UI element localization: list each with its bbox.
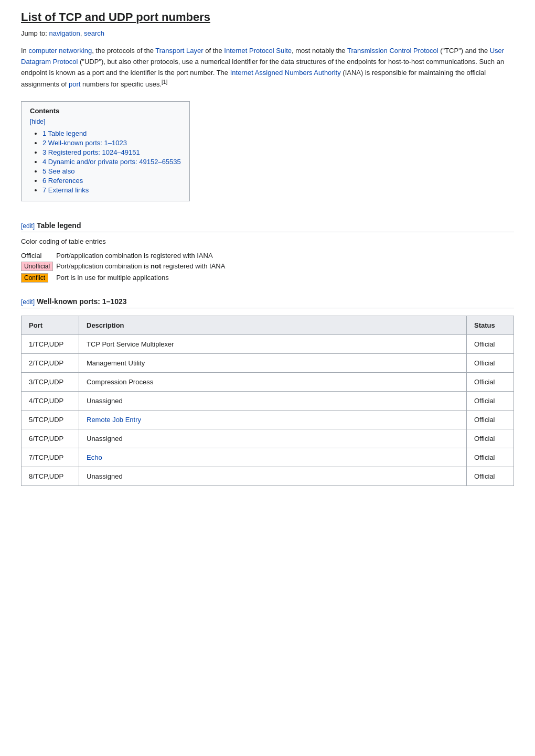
table-row: 6/TCP,UDPUnassignedOfficial [22, 429, 514, 448]
cell-status-5: Official [467, 429, 514, 448]
link-computer-networking[interactable]: computer networking [28, 47, 92, 55]
legend-conflict-desc: Port is in use for multiple applications [56, 272, 228, 284]
table-legend-heading: [edit] Table legend [21, 221, 514, 232]
cell-port-4: 5/TCP,UDP [22, 410, 79, 429]
well-known-ports-heading: [edit] Well-known ports: 1–1023 [21, 297, 514, 308]
contents-item-4: 4 Dynamic and/or private ports: 49152–65… [42, 158, 181, 166]
table-header-row: Port Description Status [22, 316, 514, 334]
jump-search-link[interactable]: search [84, 29, 104, 37]
cell-status-0: Official [467, 334, 514, 353]
contents-item-1: 1 Table legend [42, 129, 181, 137]
contents-box: Contents [hide] 1 Table legend 2 Well-kn… [21, 101, 190, 201]
table-row: 1/TCP,UDPTCP Port Service MultiplexerOff… [22, 334, 514, 353]
table-row: 7/TCP,UDPEchoOfficial [22, 448, 514, 467]
contents-title: Contents [30, 107, 181, 115]
contents-link-3[interactable]: 3 Registered ports: 1024–49151 [42, 148, 140, 156]
cell-description-0: TCP Port Service Multiplexer [79, 334, 467, 353]
page-title: List of TCP and UDP port numbers [21, 10, 514, 24]
legend-row-conflict: Conflict Port is in use for multiple app… [21, 272, 228, 284]
intro-paragraph: In computer networking, the protocols of… [21, 46, 514, 91]
cell-port-5: 6/TCP,UDP [22, 429, 79, 448]
cell-status-7: Official [467, 467, 514, 485]
cell-status-1: Official [467, 353, 514, 372]
contents-item-6: 6 References [42, 177, 181, 185]
link-transport-layer[interactable]: Transport Layer [155, 47, 203, 55]
cell-description-1: Management Utility [79, 353, 467, 372]
legend-unofficial-desc: Port/application combination is not regi… [56, 261, 228, 272]
cell-status-3: Official [467, 391, 514, 410]
contents-link-1[interactable]: 1 Table legend [42, 129, 87, 137]
link-internet-protocol-suite[interactable]: Internet Protocol Suite [224, 47, 292, 55]
col-header-status: Status [467, 316, 514, 334]
cell-port-7: 8/TCP,UDP [22, 467, 79, 485]
cell-port-2: 3/TCP,UDP [22, 372, 79, 391]
legend-row-unofficial: Unofficial Port/application combination … [21, 261, 228, 272]
legend-table: Official Port/application combination is… [21, 251, 228, 284]
cell-status-4: Official [467, 410, 514, 429]
table-row: 5/TCP,UDPRemote Job EntryOfficial [22, 410, 514, 429]
legend-official-label: Official [21, 251, 56, 261]
cell-description-4: Remote Job Entry [79, 410, 467, 429]
conflict-badge: Conflict [21, 273, 48, 283]
link-iana[interactable]: Internet Assigned Numbers Authority [230, 69, 341, 77]
legend-conflict-badge-cell: Conflict [21, 272, 56, 284]
legend-unofficial-badge-cell: Unofficial [21, 261, 56, 272]
cell-description-6: Echo [79, 448, 467, 467]
cell-description-3: Unassigned [79, 391, 467, 410]
contents-link-7[interactable]: 7 External links [42, 186, 89, 194]
jump-to-line: Jump to: navigation, search [21, 29, 514, 37]
cell-port-0: 1/TCP,UDP [22, 334, 79, 353]
col-header-port: Port [22, 316, 79, 334]
contents-item-7: 7 External links [42, 186, 181, 194]
jump-to-label: Jump to: [21, 29, 47, 37]
cell-port-1: 2/TCP,UDP [22, 353, 79, 372]
col-header-description: Description [79, 316, 467, 334]
legend-official-desc: Port/application combination is register… [56, 251, 228, 261]
description-link-6[interactable]: Echo [87, 453, 102, 461]
link-tcp[interactable]: Transmission Control Protocol [347, 47, 438, 55]
cell-port-6: 7/TCP,UDP [22, 448, 79, 467]
cell-status-6: Official [467, 448, 514, 467]
table-row: 8/TCP,UDPUnassignedOfficial [22, 467, 514, 485]
contents-item-3: 3 Registered ports: 1024–49151 [42, 148, 181, 156]
jump-navigation-link[interactable]: navigation [49, 29, 80, 37]
well-known-heading-text: Well-known ports: 1–1023 [37, 297, 127, 306]
port-table: Port Description Status 1/TCP,UDPTCP Por… [21, 316, 514, 486]
table-row: 3/TCP,UDPCompression ProcessOfficial [22, 372, 514, 391]
description-link-4[interactable]: Remote Job Entry [87, 416, 141, 424]
cell-description-5: Unassigned [79, 429, 467, 448]
cell-status-2: Official [467, 372, 514, 391]
contents-link-5[interactable]: 5 See also [42, 167, 74, 175]
table-legend-heading-label: Table legend [37, 221, 81, 230]
table-row: 4/TCP,UDPUnassignedOfficial [22, 391, 514, 410]
unofficial-badge: Unofficial [21, 262, 53, 271]
table-row: 2/TCP,UDPManagement UtilityOfficial [22, 353, 514, 372]
contents-list: 1 Table legend 2 Well-known ports: 1–102… [30, 129, 181, 194]
cell-port-3: 4/TCP,UDP [22, 391, 79, 410]
contents-item-2: 2 Well-known ports: 1–1023 [42, 139, 181, 147]
contents-link-4[interactable]: 4 Dynamic and/or private ports: 49152–65… [42, 158, 181, 166]
color-coding-title: Color coding of table entries [21, 237, 514, 245]
contents-link-2[interactable]: 2 Well-known ports: 1–1023 [42, 139, 127, 147]
hide-link[interactable]: [hide] [30, 118, 181, 125]
footnote-1: [1] [162, 79, 167, 85]
contents-item-5: 5 See also [42, 167, 181, 175]
link-port[interactable]: port [69, 81, 80, 89]
legend-row-official: Official Port/application combination is… [21, 251, 228, 261]
table-legend-edit-link[interactable]: [edit] [21, 222, 35, 230]
contents-link-6[interactable]: 6 References [42, 177, 83, 185]
well-known-edit-link[interactable]: [edit] [21, 298, 35, 306]
cell-description-2: Compression Process [79, 372, 467, 391]
cell-description-7: Unassigned [79, 467, 467, 485]
